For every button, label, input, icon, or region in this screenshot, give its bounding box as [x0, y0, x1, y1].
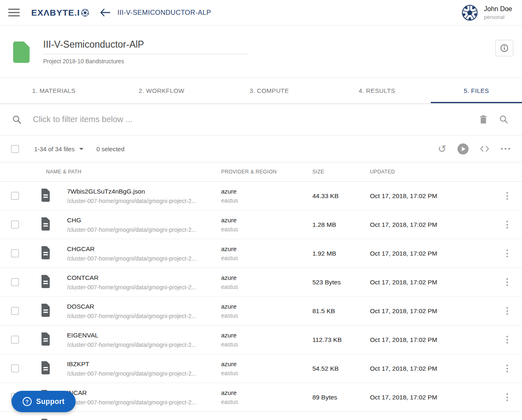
file-name: CHG	[67, 217, 221, 224]
tab-compute[interactable]: 3. COMPUTE	[215, 78, 323, 103]
user-name: John Doe	[484, 5, 513, 13]
support-button[interactable]: ? Support	[12, 391, 76, 412]
file-path: /cluster-007-home/gmogni/data/gmogni-pro…	[67, 226, 221, 233]
filter-input[interactable]: Click to filter items below ...	[33, 115, 480, 124]
row-menu-kebab-icon[interactable]	[502, 336, 512, 344]
table-row[interactable]: EIGENVAL /cluster-007-home/gmogni/data/g…	[0, 325, 522, 354]
provider: azure	[221, 389, 312, 396]
pagination-dropdown[interactable]: 1-34 of 34 files	[34, 145, 83, 152]
row-menu-kebab-icon[interactable]	[502, 192, 512, 200]
table-row[interactable]: CHG /cluster-007-home/gmogni/data/gmogni…	[0, 210, 522, 239]
avatar[interactable]	[461, 4, 478, 21]
more-button[interactable]	[501, 148, 510, 150]
refresh-button[interactable]: ↺	[438, 144, 446, 154]
tab-label: 1. MATERIALS	[32, 87, 75, 94]
row-menu-kebab-icon[interactable]	[502, 249, 512, 257]
tab-label: 4. RESULTS	[359, 87, 395, 94]
row-menu-kebab-icon[interactable]	[502, 221, 512, 228]
tab-materials[interactable]: 1. MATERIALS	[0, 78, 108, 103]
row-checkbox[interactable]	[11, 221, 19, 228]
file-size: 89 Bytes	[312, 394, 370, 401]
file-path: /cluster-007-home/gmogni/data/gmogni-pro…	[67, 399, 221, 406]
back-button[interactable]	[100, 9, 110, 16]
select-all-checkbox[interactable]	[11, 145, 19, 153]
file-updated: Oct 17, 2018, 17:02 PM	[370, 279, 497, 286]
column-name-path: NAME & PATH	[0, 169, 221, 175]
info-button[interactable]	[495, 40, 513, 56]
account-type: personal	[484, 14, 513, 20]
play-icon	[457, 143, 469, 155]
run-button[interactable]	[457, 143, 469, 155]
provider: azure	[221, 332, 312, 339]
file-updated: Oct 17, 2018, 17:02 PM	[370, 365, 497, 372]
tab-label: 2. WORKFLOW	[139, 87, 184, 94]
row-checkbox[interactable]	[11, 365, 19, 372]
logo[interactable]: EXΛBYTE.I	[31, 8, 89, 18]
file-size: 44.33 KB	[312, 192, 370, 200]
file-size: 81.5 KB	[312, 307, 370, 315]
column-updated: UPDATED	[370, 169, 522, 175]
list-toolbar: 1-34 of 34 files 0 selected ↺	[0, 136, 522, 162]
provider: azure	[221, 360, 312, 367]
row-menu-kebab-icon[interactable]	[502, 365, 512, 372]
selected-count: 0 selected	[96, 145, 124, 152]
user-menu[interactable]: John Doe personal	[461, 4, 513, 21]
delete-button[interactable]	[480, 115, 487, 124]
provider: azure	[221, 303, 312, 310]
file-size: 112.73 KB	[312, 336, 370, 344]
file-name: IBZKPT	[67, 360, 221, 368]
tab-label: 3. COMPUTE	[249, 87, 289, 94]
file-path: /cluster-007-home/gmogni/data/gmogni-pro…	[67, 284, 221, 291]
filter-bar: Click to filter items below ...	[0, 104, 522, 136]
column-provider-region: PROVIDER & REGION	[221, 169, 312, 175]
tab-results[interactable]: 4. RESULTS	[323, 78, 431, 103]
table-row[interactable]: INCAR /cluster-007-home/gmogni/data/gmog…	[0, 383, 522, 412]
row-checkbox[interactable]	[11, 249, 19, 257]
row-checkbox[interactable]	[11, 336, 19, 344]
file-size: 1.92 MB	[312, 250, 370, 257]
project-title[interactable]: III-V-Semiconductor-AlP	[43, 39, 247, 54]
file-size: 1.28 MB	[312, 221, 370, 228]
app-header: EXΛBYTE.I III-V-SEMICONDUCTOR-ALP John D…	[0, 0, 522, 25]
soccer-ball-icon	[462, 5, 478, 21]
search-icon	[12, 115, 21, 124]
code-icon	[480, 145, 490, 152]
file-table-body: 7Wbis2GLSuTz4nBgG.json /cluster-007-home…	[0, 182, 522, 420]
file-icon	[40, 419, 51, 420]
column-size: SIZE	[312, 169, 370, 175]
search-icon	[499, 115, 508, 124]
row-checkbox[interactable]	[11, 278, 19, 286]
table-row[interactable]: 7Wbis2GLSuTz4nBgG.json /cluster-007-home…	[0, 182, 522, 210]
table-row[interactable]: IBZKPT /cluster-007-home/gmogni/data/gmo…	[0, 354, 522, 383]
file-path: /cluster-007-home/gmogni/data/gmogni-pro…	[67, 370, 221, 377]
table-row[interactable]: KPOINTS	[0, 412, 522, 420]
file-updated: Oct 17, 2018, 17:02 PM	[370, 221, 497, 228]
table-row[interactable]: CHGCAR /cluster-007-home/gmogni/data/gmo…	[0, 239, 522, 268]
file-path: /cluster-007-home/gmogni/data/gmogni-pro…	[67, 313, 221, 319]
tab-workflow[interactable]: 2. WORKFLOW	[108, 78, 215, 103]
file-updated: Oct 17, 2018, 17:02 PM	[370, 394, 497, 401]
table-row[interactable]: DOSCAR /cluster-007-home/gmogni/data/gmo…	[0, 297, 522, 325]
project-subtitle: Project 2018-10 Bandstructures	[43, 58, 247, 65]
region: eastus	[221, 370, 312, 376]
row-menu-kebab-icon[interactable]	[502, 307, 512, 315]
pagination-label: 1-34 of 34 files	[34, 145, 74, 152]
info-icon	[500, 44, 508, 52]
provider: azure	[221, 217, 312, 224]
row-menu-kebab-icon[interactable]	[502, 393, 512, 401]
tab-bar: 1. MATERIALS 2. WORKFLOW 3. COMPUTE 4. R…	[0, 78, 522, 104]
row-checkbox[interactable]	[11, 192, 19, 200]
row-menu-kebab-icon[interactable]	[502, 278, 512, 286]
back-icon	[100, 9, 110, 16]
row-checkbox[interactable]	[11, 307, 19, 315]
file-name: CONTCAR	[67, 274, 221, 282]
tab-files[interactable]: 5. FILES	[431, 78, 522, 103]
code-button[interactable]	[480, 145, 490, 152]
table-row[interactable]: CONTCAR /cluster-007-home/gmogni/data/gm…	[0, 268, 522, 297]
file-updated: Oct 17, 2018, 17:02 PM	[370, 192, 497, 200]
menu-icon[interactable]	[8, 9, 20, 16]
file-icon	[40, 332, 51, 346]
file-name: INCAR	[67, 389, 221, 397]
search-button[interactable]	[499, 115, 508, 124]
file-icon	[40, 304, 51, 317]
